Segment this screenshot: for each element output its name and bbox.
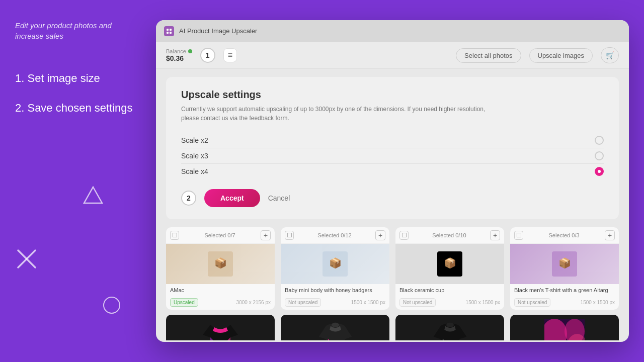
product-card[interactable]: ☐ Selected 0/10 + 📦 Black ceramic cup No… — [395, 227, 504, 310]
product-image-area — [510, 315, 619, 340]
product-image: 📦 — [166, 244, 275, 284]
product-name: Baby mini body with honey badgers — [285, 287, 385, 293]
settings-description: Currently we support automatic upscaling… — [181, 105, 503, 123]
sidebar: Edit your product photos and increase sa… — [0, 0, 156, 362]
upscale-badge: Upscaled — [170, 298, 198, 307]
radio-circle-2[interactable] — [595, 167, 604, 176]
product-info: Black ceramic cup — [395, 284, 504, 296]
upscale-badge: Not upscaled — [399, 298, 436, 307]
triangle-decoration — [83, 186, 103, 204]
svg-rect-4 — [167, 32, 169, 34]
sidebar-step2: 2. Save chosen settings — [15, 101, 141, 116]
app-icon — [164, 26, 174, 36]
product-image-area: aitarget — [395, 315, 504, 340]
product-count: Selected 0/7 — [204, 232, 235, 238]
svg-rect-3 — [170, 29, 172, 31]
product-card-header: ☐ Selected 0/12 + — [281, 227, 389, 244]
add-icon[interactable]: + — [375, 230, 385, 240]
product-image-area: aiha — [281, 315, 389, 340]
select-icon[interactable]: ☐ — [170, 231, 179, 240]
top-bar: Balance $0.36 1 ≡ Select all photos Upsc… — [156, 42, 629, 69]
product-image: 📦 — [395, 244, 504, 284]
balance-status-dot — [188, 49, 192, 53]
scale-options: Scale x2 Scale x3 Scale x4 — [181, 133, 604, 179]
radio-label-2: Scale x4 — [181, 167, 208, 175]
x-decoration — [14, 246, 39, 272]
bottom-product-card[interactable]: Select — [166, 315, 275, 340]
svg-text:📦: 📦 — [558, 257, 571, 269]
app-title: AI Product Image Upscaler — [179, 27, 257, 35]
select-all-button[interactable]: Select all photos — [456, 48, 521, 63]
step-badge-2: 2 — [181, 191, 196, 206]
product-card-header: ☐ Selected 0/10 + — [395, 227, 504, 244]
product-info: Black men's T-shirt with a green Aitarg — [510, 284, 619, 296]
svg-text:📦: 📦 — [329, 257, 342, 269]
product-card[interactable]: ☐ Selected 0/7 + 📦 AMac Upscaled 3000 x … — [166, 227, 275, 310]
product-footer: Not upscaled 1500 x 1500 px — [510, 296, 619, 310]
add-icon[interactable]: + — [605, 230, 615, 240]
radio-circle-1[interactable] — [595, 151, 604, 160]
radio-circle-0[interactable] — [595, 136, 604, 145]
svg-text:📦: 📦 — [444, 257, 456, 269]
product-card-header: ☐ Selected 0/3 + — [510, 227, 619, 244]
upscale-images-button[interactable]: Upscale images — [529, 48, 593, 63]
circle-decoration — [103, 297, 120, 314]
svg-rect-2 — [167, 29, 169, 31]
sidebar-tagline: Edit your product photos and increase sa… — [15, 20, 141, 41]
product-card[interactable]: ☐ Selected 0/12 + 📦 Baby mini body with … — [281, 227, 389, 310]
svg-rect-5 — [170, 32, 172, 34]
bottom-product-card[interactable]: Select — [510, 315, 619, 340]
product-count: Selected 0/3 — [548, 232, 579, 238]
product-image-grid: Select aiha Select aitarget Select S — [166, 315, 619, 340]
upscale-badge: Not upscaled — [514, 298, 550, 307]
step-badge: 1 — [200, 48, 215, 63]
svg-point-19 — [446, 322, 454, 327]
product-info: AMac — [166, 284, 275, 296]
step-icon-button[interactable]: ≡ — [223, 48, 237, 62]
product-count: Selected 0/10 — [432, 232, 466, 238]
radio-label-1: Scale x3 — [181, 152, 208, 160]
accept-button[interactable]: Accept — [204, 189, 260, 207]
radio-option-1[interactable]: Scale x3 — [181, 148, 604, 164]
cart-button[interactable]: 🛒 — [601, 47, 619, 63]
bottom-product-card[interactable]: aitarget Select — [395, 315, 504, 340]
select-icon[interactable]: ☐ — [399, 231, 409, 240]
balance-amount: $0.36 — [166, 54, 184, 62]
product-image: 📦 — [510, 244, 619, 284]
product-size: 1500 x 1500 px — [581, 300, 615, 305]
product-footer: Upscaled 3000 x 2156 px — [166, 296, 275, 310]
product-footer: Not upscaled 1500 x 1500 px — [395, 296, 504, 310]
product-size: 3000 x 2156 px — [236, 300, 271, 305]
select-icon[interactable]: ☐ — [285, 231, 294, 240]
product-info: Baby mini body with honey badgers — [281, 284, 389, 296]
radio-option-0[interactable]: Scale x2 — [181, 133, 604, 148]
add-icon[interactable]: + — [490, 230, 500, 240]
svg-text:📦: 📦 — [214, 257, 227, 269]
add-icon[interactable]: + — [261, 230, 271, 240]
product-count: Selected 0/12 — [317, 232, 351, 238]
bottom-product-card[interactable]: aiha Select — [281, 315, 389, 340]
svg-point-17 — [332, 322, 339, 327]
product-grid: ☐ Selected 0/7 + 📦 AMac Upscaled 3000 x … — [166, 227, 619, 310]
title-bar: AI Product Image Upscaler — [156, 20, 629, 42]
upscale-badge: Not upscaled — [285, 298, 321, 307]
product-image-area — [166, 315, 275, 340]
settings-panel: Upscale settings Currently we support au… — [166, 77, 619, 219]
balance-label: Balance — [166, 48, 192, 54]
sidebar-step1: 1. Set image size — [15, 71, 141, 86]
radio-option-2[interactable]: Scale x4 — [181, 164, 604, 179]
product-card[interactable]: ☐ Selected 0/3 + 📦 Black men's T-shirt w… — [510, 227, 619, 310]
cancel-button[interactable]: Cancel — [268, 194, 290, 202]
product-size: 1500 x 1500 px — [466, 300, 500, 305]
product-footer: Not upscaled 1500 x 1500 px — [281, 296, 389, 310]
select-icon[interactable]: ☐ — [514, 231, 523, 240]
product-name: Black ceramic cup — [399, 287, 500, 293]
radio-label-0: Scale x2 — [181, 136, 208, 144]
product-size: 1500 x 1500 px — [351, 300, 385, 305]
content-area: Upscale settings Currently we support au… — [156, 69, 629, 340]
main-window: AI Product Image Upscaler Balance $0.36 … — [156, 20, 629, 342]
settings-title: Upscale settings — [181, 89, 604, 101]
cart-icon: 🛒 — [606, 51, 614, 59]
product-name: AMac — [170, 287, 271, 293]
product-image: 📦 — [281, 244, 389, 284]
